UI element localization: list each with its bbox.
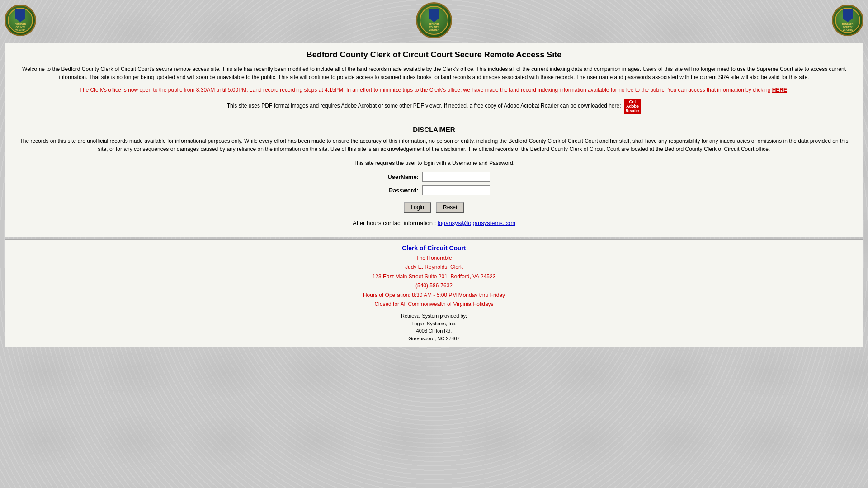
clerk-hours: Hours of Operation: 8:30 AM - 5:00 PM Mo… (9, 291, 859, 300)
acrobat-download-link[interactable]: GetAdobeReader (623, 103, 642, 109)
password-row: Password: (378, 185, 490, 195)
provider-address2: Greensboro, NC 27407 (9, 335, 859, 343)
password-label: Password: (378, 187, 419, 194)
clerk-phone: (540) 586-7632 (9, 281, 859, 290)
login-button[interactable]: Login (404, 202, 431, 213)
reset-button[interactable]: Reset (436, 202, 464, 213)
main-content: Bedford County Clerk of Circuit Court Se… (5, 43, 863, 237)
username-input[interactable] (422, 172, 490, 182)
password-input[interactable] (422, 185, 490, 195)
username-row: UserName: (378, 172, 490, 182)
after-hours: After hours contact information : logans… (14, 220, 854, 226)
intro-paragraph: Welcome to the Bedford County Clerk of C… (14, 65, 854, 81)
header-center: BEDFORDCOUNTYVIRGINIA (36, 2, 832, 38)
shield-icon-center (429, 9, 439, 22)
clerk-address: 123 East Main Street Suite 201, Bedford,… (9, 272, 859, 281)
pdf-notice: This site uses PDF format images and req… (14, 99, 854, 114)
divider (14, 121, 854, 121)
notice-text: The Clerk's office is now open to the pu… (14, 86, 854, 94)
header: BEDFORDCOUNTYVIRGINIA BEDFORDCOUNTYVIRGI… (0, 0, 868, 41)
acrobat-icon: GetAdobeReader (624, 99, 642, 114)
honorable-label: The Honorable (9, 253, 859, 263)
clerk-name: Judy E. Reynolds, Clerk (9, 263, 859, 272)
provider-info: Retrieval System provided by: Logan Syst… (9, 312, 859, 342)
footer: Clerk of Circuit Court The Honorable Jud… (5, 239, 863, 347)
disclaimer-title: DISCLAIMER (14, 126, 854, 133)
provider-label: Retrieval System provided by: (9, 312, 859, 320)
clerk-closed: Closed for All Commonwealth of Virginia … (9, 300, 859, 309)
login-prompt: This site requires the user to login wit… (14, 160, 854, 166)
button-row: Login Reset (14, 202, 854, 213)
provider-address1: 4003 Clifton Rd. (9, 327, 859, 335)
provider-name: Logan Systems, Inc. (9, 320, 859, 328)
clerk-info: The Honorable Judy E. Reynolds, Clerk 12… (9, 253, 859, 309)
page-wrapper: BEDFORDCOUNTYVIRGINIA BEDFORDCOUNTYVIRGI… (0, 0, 868, 347)
logo-center: BEDFORDCOUNTYVIRGINIA (416, 2, 452, 38)
username-label: UserName: (378, 174, 419, 180)
disclaimer-text: The records on this site are unofficial … (14, 137, 854, 153)
logo-left: BEDFORDCOUNTYVIRGINIA (5, 5, 36, 36)
shield-icon-right (843, 9, 853, 22)
login-form: UserName: Password: (14, 172, 854, 195)
clerk-title: Clerk of Circuit Court (9, 244, 859, 252)
after-hours-email[interactable]: logansys@logansystems.com (438, 220, 515, 226)
here-link[interactable]: HERE (772, 87, 787, 93)
page-title: Bedford County Clerk of Circuit Court Se… (14, 50, 854, 60)
logo-right: BEDFORDCOUNTYVIRGINIA (832, 5, 863, 36)
shield-icon-left (15, 9, 25, 22)
